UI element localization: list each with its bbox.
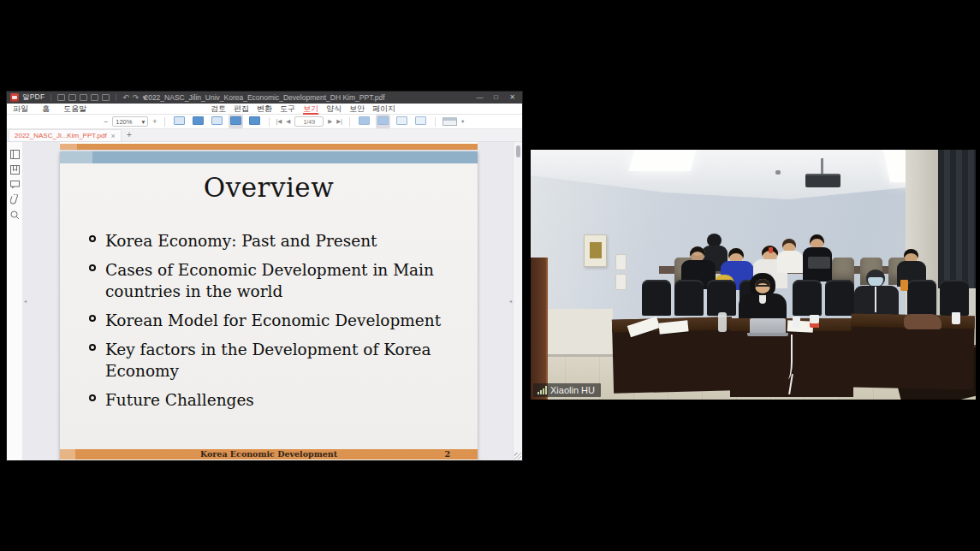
slide-footer-title: Korea Economic Development [60,449,478,459]
brown-bag [904,314,941,329]
window-titlebar[interactable]: 알PDF ↶ ↷ ▾ 2022_NASC_Jilin_Univ_Korea_Ec… [7,92,522,104]
single-page-view-button[interactable] [357,115,371,128]
divider [116,94,116,101]
fit-height-button[interactable] [210,115,224,128]
first-page-button[interactable]: |◀ [276,118,282,125]
search-panel-icon[interactable] [10,210,20,220]
page-number-input[interactable]: 1/49 [294,116,324,127]
split-view-button[interactable] [442,117,457,126]
white-cup [793,317,800,328]
document-tab-label: 2022_NASC_Ji...Kim_PPT.pdf [15,132,107,139]
slide-page-2: Overview Korea Economy: Past and Present… [60,151,478,460]
full-screen-button[interactable] [247,115,262,128]
previous-slide-footer-edge [60,142,478,150]
share-icon[interactable] [102,94,110,101]
list-item: Korean Model for Economic Development [89,310,448,331]
list-item: Key factors in the Development of Korea … [89,339,448,382]
chair-back [674,280,704,316]
fit-page-button[interactable] [191,115,205,128]
pdf-body: Overview Korea Economy: Past and Present… [7,142,522,460]
divider [435,117,436,127]
orange-cup [900,280,908,291]
menu-home[interactable]: 홈 [42,104,50,115]
window-resize-grip[interactable] [514,453,521,459]
actual-size-button[interactable] [229,115,243,128]
chair-back [707,280,736,316]
zoom-out-button[interactable]: − [104,116,108,128]
vertical-scrollbar[interactable] [513,142,522,460]
comments-panel-icon[interactable] [10,181,20,188]
chair-back [793,280,822,316]
save-icon[interactable] [68,94,76,101]
grid-view-button[interactable] [413,115,428,128]
menu-tools[interactable]: 도구 [280,104,295,115]
next-page-button[interactable]: ▶ [328,118,332,125]
menu-bar: 파일 홈 도움말 검토 편집 변환 도구 보기 양식 보안 페이지 [7,104,522,115]
cup-red-label [810,315,819,328]
open-folder-icon[interactable] [57,94,65,101]
print-icon[interactable] [91,94,98,101]
participant-name-label: Xiaolin HU [533,383,601,397]
chair-back [940,280,969,316]
chair-back [642,280,671,316]
redo-icon[interactable]: ↷ [133,93,140,102]
menu-review[interactable]: 검토 [211,104,226,115]
window-curtain [938,150,976,288]
minimize-button[interactable]: — [472,92,488,104]
attachments-panel-icon[interactable] [10,194,19,204]
picture-frame [584,234,607,267]
participant-video-tile[interactable]: Xiaolin HU [531,150,976,400]
close-button[interactable]: ✕ [504,92,520,104]
menu-file[interactable]: 파일 [13,104,28,115]
bookmarks-panel-icon[interactable] [10,165,20,175]
document-scroll-area[interactable]: Overview Korea Economy: Past and Present… [23,142,513,460]
pdf-viewer-window: 알PDF ↶ ↷ ▾ 2022_NASC_Jilin_Univ_Korea_Ec… [7,92,522,460]
divider [50,94,51,101]
bullet-text: Cases of Economic Development in Main co… [105,259,446,302]
zoom-level-select[interactable]: 120% ▾ [112,116,148,127]
collapse-right-panel-icon[interactable]: ◂ [509,298,512,304]
document-tab[interactable]: 2022_NASC_Ji...Kim_PPT.pdf × [9,129,122,141]
ceiling-camera [775,170,781,175]
save-as-icon[interactable] [80,94,87,101]
divider [164,117,165,127]
menu-security[interactable]: 보안 [349,104,365,115]
undo-icon[interactable]: ↶ [122,93,129,102]
bullet-icon [89,315,96,322]
maximize-button[interactable]: □ [488,92,504,104]
menu-help[interactable]: 도움말 [63,104,86,115]
zoom-in-button[interactable]: + [152,116,157,128]
menu-form[interactable]: 양식 [326,104,342,115]
two-page-view-button[interactable] [395,115,409,128]
menu-page[interactable]: 페이지 [372,104,395,115]
thumbnails-panel-icon[interactable] [10,150,20,159]
connection-signal-icon [538,386,547,394]
document-tab-bar: 2022_NASC_Ji...Kim_PPT.pdf × + [7,129,522,142]
collapse-left-panel-icon[interactable]: ◂ [24,298,27,304]
previous-page-button[interactable]: ◀ [286,118,290,125]
last-page-button[interactable]: ▶| [336,118,342,125]
navigation-side-panel [7,142,23,460]
ceiling-light [628,150,696,171]
new-tab-button[interactable]: + [127,129,132,141]
slide-bullet-list: Korea Economy: Past and Present Cases of… [89,230,448,418]
menu-edit[interactable]: 편집 [234,104,249,115]
participant-name: Xiaolin HU [550,385,595,395]
slide-header-band [60,151,478,163]
wall-switch [615,254,627,270]
slide-page-number: 2 [444,449,450,459]
split-view-dropdown-icon[interactable]: ▾ [461,118,464,125]
laptop [750,318,786,333]
quick-access-more-icon[interactable]: ▾ [142,93,146,102]
chair-back [825,280,854,316]
tab-close-icon[interactable]: × [111,132,116,140]
menu-view-active[interactable]: 보기 [303,104,318,115]
bullet-text: Future Challenges [105,389,446,411]
fit-width-button[interactable] [172,115,187,128]
list-item: Cases of Economic Development in Main co… [89,259,448,302]
menu-convert[interactable]: 변환 [257,104,272,115]
chevron-down-icon: ▾ [142,118,146,126]
scrollbar-thumb[interactable] [516,145,520,157]
water-bottle [718,312,727,332]
continuous-view-button[interactable] [376,115,390,128]
